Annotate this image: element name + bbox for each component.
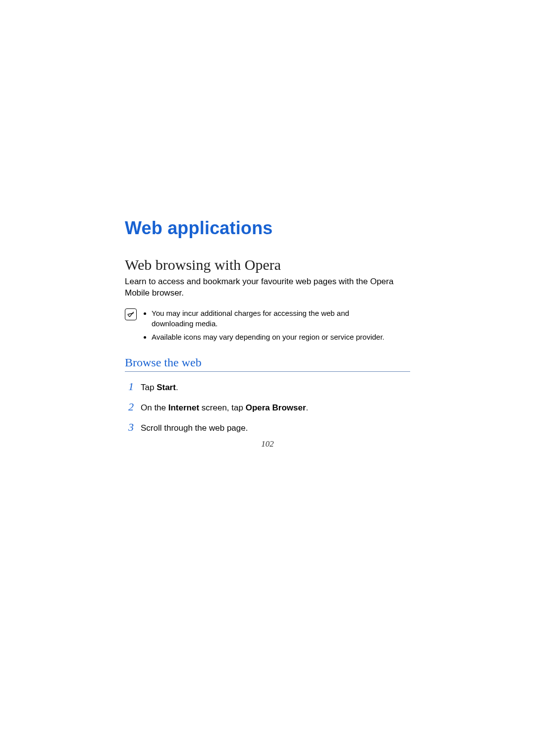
section-title: Web browsing with Opera [125,256,410,273]
page-number: 102 [0,439,535,449]
step-number: 3 [125,418,134,436]
step-text: On the Internet screen, tap Opera Browse… [141,401,308,414]
note-list: You may incur additional charges for acc… [143,308,390,345]
subsection-title: Browse the web [125,356,410,372]
steps-list: 1 Tap Start. 2 On the Internet screen, t… [125,378,410,436]
step-text: Scroll through the web page. [141,421,248,435]
step-number: 1 [125,378,134,395]
step-item: 3 Scroll through the web page. [125,418,410,436]
step-item: 2 On the Internet screen, tap Opera Brow… [125,398,410,415]
step-number: 2 [125,398,134,415]
chapter-title: Web applications [125,218,410,239]
note-item: Available icons may vary depending on yo… [152,332,390,342]
step-item: 1 Tap Start. [125,378,410,395]
note-icon [125,308,137,320]
step-text: Tap Start. [141,381,178,394]
note-block: You may incur additional charges for acc… [125,308,410,345]
document-page: Web applications Web browsing with Opera… [0,0,535,756]
section-description: Learn to access and bookmark your favour… [125,276,402,299]
note-item: You may incur additional charges for acc… [152,308,390,329]
